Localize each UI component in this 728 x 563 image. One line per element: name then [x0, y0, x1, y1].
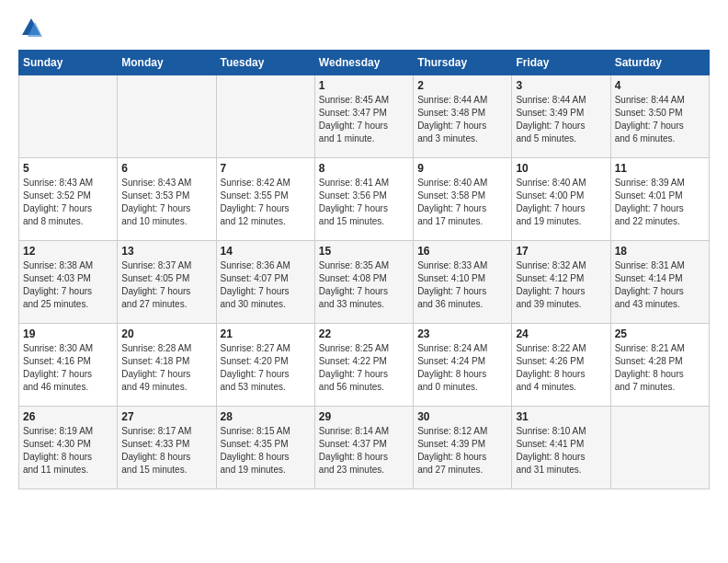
calendar-day-cell: 20Sunrise: 8:28 AM Sunset: 4:18 PM Dayli… — [118, 324, 216, 407]
day-number: 10 — [516, 162, 606, 175]
calendar-day-cell: 6Sunrise: 8:43 AM Sunset: 3:53 PM Daylig… — [118, 158, 216, 241]
weekday-header: Thursday — [414, 51, 512, 75]
day-number: 20 — [121, 327, 211, 340]
calendar-day-cell — [118, 75, 216, 158]
calendar-day-cell: 3Sunrise: 8:44 AM Sunset: 3:49 PM Daylig… — [512, 75, 610, 158]
day-info: Sunrise: 8:37 AM Sunset: 4:05 PM Dayligh… — [121, 259, 211, 311]
calendar-day-cell: 8Sunrise: 8:41 AM Sunset: 3:56 PM Daylig… — [314, 158, 413, 241]
calendar-day-cell: 4Sunrise: 8:44 AM Sunset: 3:50 PM Daylig… — [610, 75, 709, 158]
calendar-day-cell: 31Sunrise: 8:10 AM Sunset: 4:41 PM Dayli… — [512, 407, 610, 489]
calendar-day-cell: 7Sunrise: 8:42 AM Sunset: 3:55 PM Daylig… — [216, 158, 314, 241]
day-number: 23 — [417, 327, 507, 340]
day-number: 25 — [615, 327, 705, 340]
calendar-day-cell: 24Sunrise: 8:22 AM Sunset: 4:26 PM Dayli… — [512, 324, 610, 407]
calendar-week-row: 26Sunrise: 8:19 AM Sunset: 4:30 PM Dayli… — [19, 407, 710, 489]
day-info: Sunrise: 8:21 AM Sunset: 4:28 PM Dayligh… — [615, 342, 705, 394]
calendar-day-cell: 12Sunrise: 8:38 AM Sunset: 4:03 PM Dayli… — [19, 241, 118, 324]
day-number: 31 — [516, 410, 606, 423]
day-info: Sunrise: 8:19 AM Sunset: 4:30 PM Dayligh… — [23, 425, 113, 477]
day-info: Sunrise: 8:45 AM Sunset: 3:47 PM Dayligh… — [319, 94, 409, 145]
day-info: Sunrise: 8:27 AM Sunset: 4:20 PM Dayligh… — [221, 342, 311, 394]
day-info: Sunrise: 8:42 AM Sunset: 3:55 PM Dayligh… — [221, 177, 311, 228]
calendar-body: 1Sunrise: 8:45 AM Sunset: 3:47 PM Daylig… — [19, 75, 710, 489]
calendar-day-cell: 10Sunrise: 8:40 AM Sunset: 4:00 PM Dayli… — [512, 158, 610, 241]
day-info: Sunrise: 8:40 AM Sunset: 3:58 PM Dayligh… — [417, 177, 507, 228]
calendar-day-cell: 11Sunrise: 8:39 AM Sunset: 4:01 PM Dayli… — [610, 158, 709, 241]
calendar-day-cell: 22Sunrise: 8:25 AM Sunset: 4:22 PM Dayli… — [314, 324, 413, 407]
day-number: 28 — [221, 410, 311, 423]
day-info: Sunrise: 8:32 AM Sunset: 4:12 PM Dayligh… — [516, 259, 606, 311]
day-info: Sunrise: 8:28 AM Sunset: 4:18 PM Dayligh… — [121, 342, 211, 394]
day-info: Sunrise: 8:43 AM Sunset: 3:53 PM Dayligh… — [121, 177, 211, 228]
calendar-day-cell — [610, 407, 709, 489]
calendar-day-cell: 23Sunrise: 8:24 AM Sunset: 4:24 PM Dayli… — [414, 324, 512, 407]
day-number: 8 — [319, 162, 409, 175]
day-info: Sunrise: 8:41 AM Sunset: 3:56 PM Dayligh… — [319, 177, 409, 228]
calendar-day-cell — [216, 75, 314, 158]
day-info: Sunrise: 8:44 AM Sunset: 3:49 PM Dayligh… — [516, 94, 606, 145]
day-info: Sunrise: 8:35 AM Sunset: 4:08 PM Dayligh… — [319, 259, 409, 311]
day-number: 6 — [121, 162, 211, 175]
weekday-header: Saturday — [610, 51, 709, 75]
day-info: Sunrise: 8:31 AM Sunset: 4:14 PM Dayligh… — [615, 259, 705, 311]
weekday-header: Monday — [118, 51, 216, 75]
day-info: Sunrise: 8:17 AM Sunset: 4:33 PM Dayligh… — [121, 425, 211, 477]
day-number: 29 — [319, 410, 409, 423]
calendar-day-cell: 28Sunrise: 8:15 AM Sunset: 4:35 PM Dayli… — [216, 407, 314, 489]
calendar-day-cell: 27Sunrise: 8:17 AM Sunset: 4:33 PM Dayli… — [118, 407, 216, 489]
calendar-day-cell: 30Sunrise: 8:12 AM Sunset: 4:39 PM Dayli… — [414, 407, 512, 489]
day-info: Sunrise: 8:10 AM Sunset: 4:41 PM Dayligh… — [516, 425, 606, 477]
calendar-day-cell: 29Sunrise: 8:14 AM Sunset: 4:37 PM Dayli… — [314, 407, 413, 489]
day-number: 7 — [221, 162, 311, 175]
day-info: Sunrise: 8:44 AM Sunset: 3:50 PM Dayligh… — [615, 94, 705, 145]
day-number: 19 — [23, 327, 113, 340]
day-info: Sunrise: 8:44 AM Sunset: 3:48 PM Dayligh… — [417, 94, 507, 145]
calendar-week-row: 19Sunrise: 8:30 AM Sunset: 4:16 PM Dayli… — [19, 324, 710, 407]
calendar-table: SundayMondayTuesdayWednesdayThursdayFrid… — [18, 50, 710, 489]
day-number: 17 — [516, 245, 606, 258]
day-number: 27 — [121, 410, 211, 423]
day-info: Sunrise: 8:33 AM Sunset: 4:10 PM Dayligh… — [417, 259, 507, 311]
calendar-day-cell: 15Sunrise: 8:35 AM Sunset: 4:08 PM Dayli… — [314, 241, 413, 324]
day-number: 24 — [516, 327, 606, 340]
logo-icon — [18, 15, 44, 40]
calendar-week-row: 5Sunrise: 8:43 AM Sunset: 3:52 PM Daylig… — [19, 158, 710, 241]
day-number: 9 — [417, 162, 507, 175]
day-info: Sunrise: 8:14 AM Sunset: 4:37 PM Dayligh… — [319, 425, 409, 477]
day-info: Sunrise: 8:24 AM Sunset: 4:24 PM Dayligh… — [417, 342, 507, 394]
calendar-header: SundayMondayTuesdayWednesdayThursdayFrid… — [19, 51, 710, 75]
day-number: 13 — [121, 245, 211, 258]
calendar-day-cell: 19Sunrise: 8:30 AM Sunset: 4:16 PM Dayli… — [19, 324, 118, 407]
calendar-week-row: 12Sunrise: 8:38 AM Sunset: 4:03 PM Dayli… — [19, 241, 710, 324]
day-info: Sunrise: 8:15 AM Sunset: 4:35 PM Dayligh… — [221, 425, 311, 477]
day-info: Sunrise: 8:30 AM Sunset: 4:16 PM Dayligh… — [23, 342, 113, 394]
day-info: Sunrise: 8:43 AM Sunset: 3:52 PM Dayligh… — [23, 177, 113, 228]
day-number: 14 — [221, 245, 311, 258]
day-number: 1 — [319, 79, 409, 92]
day-info: Sunrise: 8:36 AM Sunset: 4:07 PM Dayligh… — [221, 259, 311, 311]
calendar-day-cell: 2Sunrise: 8:44 AM Sunset: 3:48 PM Daylig… — [414, 75, 512, 158]
day-number: 15 — [319, 245, 409, 258]
day-number: 21 — [221, 327, 311, 340]
calendar-day-cell: 18Sunrise: 8:31 AM Sunset: 4:14 PM Dayli… — [610, 241, 709, 324]
day-number: 2 — [417, 79, 507, 92]
calendar-day-cell: 21Sunrise: 8:27 AM Sunset: 4:20 PM Dayli… — [216, 324, 314, 407]
day-number: 26 — [23, 410, 113, 423]
day-info: Sunrise: 8:38 AM Sunset: 4:03 PM Dayligh… — [23, 259, 113, 311]
day-number: 16 — [417, 245, 507, 258]
calendar-day-cell — [19, 75, 118, 158]
weekday-header: Sunday — [19, 51, 118, 75]
calendar-day-cell: 26Sunrise: 8:19 AM Sunset: 4:30 PM Dayli… — [19, 407, 118, 489]
calendar-day-cell: 1Sunrise: 8:45 AM Sunset: 3:47 PM Daylig… — [314, 75, 413, 158]
day-info: Sunrise: 8:25 AM Sunset: 4:22 PM Dayligh… — [319, 342, 409, 394]
day-number: 4 — [615, 79, 705, 92]
calendar-day-cell: 16Sunrise: 8:33 AM Sunset: 4:10 PM Dayli… — [414, 241, 512, 324]
calendar-week-row: 1Sunrise: 8:45 AM Sunset: 3:47 PM Daylig… — [19, 75, 710, 158]
calendar-day-cell: 9Sunrise: 8:40 AM Sunset: 3:58 PM Daylig… — [414, 158, 512, 241]
calendar-day-cell: 14Sunrise: 8:36 AM Sunset: 4:07 PM Dayli… — [216, 241, 314, 324]
day-number: 11 — [615, 162, 705, 175]
day-info: Sunrise: 8:22 AM Sunset: 4:26 PM Dayligh… — [516, 342, 606, 394]
day-number: 3 — [516, 79, 606, 92]
page-header — [18, 15, 710, 40]
day-number: 5 — [23, 162, 113, 175]
